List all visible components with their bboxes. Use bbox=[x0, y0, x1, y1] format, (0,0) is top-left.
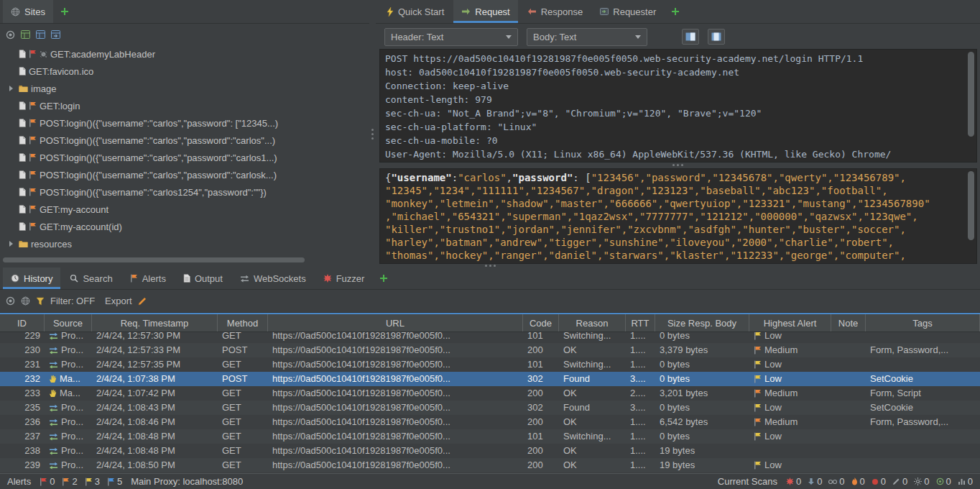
cell-method: GET bbox=[218, 386, 268, 401]
column-header-id[interactable]: ID bbox=[0, 314, 45, 332]
tree-item[interactable]: POST:login()({"username":"carlos","passw… bbox=[0, 132, 369, 149]
column-header-url[interactable]: URL bbox=[268, 314, 523, 332]
export-context-icon[interactable] bbox=[51, 30, 60, 39]
column-header-method[interactable]: Method bbox=[218, 314, 268, 332]
column-header-note[interactable]: Note bbox=[831, 314, 866, 332]
table-row[interactable]: 235Pro...2/4/24, 1:08:43 PMGEThttps://0a… bbox=[0, 401, 980, 415]
scrollbar-thumb[interactable] bbox=[968, 171, 974, 240]
table-row[interactable]: 238Pro...2/4/24, 1:08:48 PMGEThttps://0a… bbox=[0, 444, 980, 458]
tab-requester[interactable]: Requester bbox=[592, 0, 664, 23]
request-body-scrollbar[interactable] bbox=[966, 170, 976, 262]
tree-item[interactable]: POST:login()({"username":"carlos","passw… bbox=[0, 114, 369, 132]
vertical-splitter[interactable] bbox=[369, 0, 376, 268]
import-context-icon[interactable] bbox=[36, 30, 45, 39]
cell-timestamp: 2/4/24, 12:57:30 PM bbox=[92, 332, 218, 343]
tree-item[interactable]: resources bbox=[0, 235, 369, 252]
request-header-editor[interactable]: POST https://0ad500c10410f19281987f0e005… bbox=[379, 49, 977, 163]
cell-reason: Switching... bbox=[559, 429, 626, 444]
globe-icon[interactable] bbox=[21, 296, 30, 306]
table-row[interactable]: 237Pro...2/4/24, 1:08:48 PMGEThttps://0a… bbox=[0, 429, 980, 444]
tree-item[interactable]: GET:login bbox=[0, 97, 369, 114]
table-row[interactable]: 236Pro...2/4/24, 1:08:46 PMGEThttps://0a… bbox=[0, 415, 980, 429]
tab-history[interactable]: History bbox=[3, 268, 60, 289]
cell-reason: Switching... bbox=[559, 332, 626, 343]
tab-search[interactable]: Search bbox=[62, 268, 120, 289]
scan-count: 0 bbox=[828, 476, 844, 487]
filter-funnel-icon[interactable] bbox=[36, 297, 45, 306]
export-pen-icon[interactable] bbox=[138, 297, 147, 306]
contexts-icon[interactable] bbox=[21, 30, 30, 39]
editor-splitter[interactable] bbox=[376, 161, 980, 168]
body-view-select[interactable]: Body: Text bbox=[527, 28, 647, 46]
target-icon[interactable] bbox=[6, 296, 15, 306]
add-bottom-tab-button[interactable] bbox=[374, 268, 394, 289]
tree-item[interactable]: image bbox=[0, 80, 369, 97]
cell-timestamp: 2/4/24, 1:07:42 PM bbox=[92, 386, 218, 401]
scan-count: 0 bbox=[851, 476, 865, 487]
add-sites-tab-button[interactable] bbox=[55, 0, 75, 23]
column-header-tags[interactable]: Tags bbox=[866, 314, 980, 332]
table-row[interactable]: 229Pro...2/4/24, 12:57:30 PMGEThttps://0… bbox=[0, 332, 980, 343]
scrollbar-thumb[interactable] bbox=[968, 52, 974, 137]
cell-code: 200 bbox=[523, 343, 559, 357]
filter-status-label[interactable]: Filter: OFF bbox=[50, 296, 95, 306]
request-header-scrollbar[interactable] bbox=[966, 50, 976, 161]
request-body-editor[interactable]: {"username":"carlos","password": ["12345… bbox=[379, 168, 977, 264]
column-header-size-resp-body[interactable]: Size Resp. Body bbox=[655, 314, 749, 332]
tab-label: History bbox=[24, 273, 52, 284]
folder-icon bbox=[19, 85, 28, 93]
cell-reason: Switching... bbox=[559, 357, 626, 372]
tree-item[interactable]: POST:login()({"username":"carlos1254","p… bbox=[0, 183, 369, 201]
table-row[interactable]: 230Pro...2/4/24, 12:57:33 PMPOSThttps://… bbox=[0, 343, 980, 357]
table-row[interactable]: 233Ma...2/4/24, 1:07:42 PMGEThttps://0ad… bbox=[0, 386, 980, 401]
cell-timestamp: 2/4/24, 1:08:48 PM bbox=[92, 444, 218, 458]
body-view-value: Body: Text bbox=[533, 32, 576, 42]
tree-item[interactable]: GET:my-account bbox=[0, 201, 369, 218]
split-view-button[interactable] bbox=[682, 29, 699, 45]
expand-chevron-icon[interactable] bbox=[6, 86, 16, 91]
tree-item[interactable]: GET:favicon.ico bbox=[0, 63, 369, 80]
tab-websockets[interactable]: WebSockets bbox=[232, 268, 314, 289]
expand-chevron-icon[interactable] bbox=[6, 241, 16, 247]
cell-url: https://0ad500c10410f19281987f0e005f0... bbox=[268, 386, 523, 401]
tree-item[interactable]: GET:my-account(id) bbox=[0, 218, 369, 235]
tab-response[interactable]: Response bbox=[519, 0, 591, 23]
column-header-source[interactable]: Source bbox=[45, 314, 92, 332]
cell-highest-alert bbox=[749, 444, 831, 458]
tab-label: Fuzzer bbox=[336, 273, 365, 284]
sites-tree[interactable]: GET:academyLabHeaderGET:favicon.icoimage… bbox=[0, 45, 369, 253]
cell-highest-alert: Low bbox=[749, 332, 831, 343]
table-row[interactable]: 231Pro...2/4/24, 12:57:35 PMGEThttps://0… bbox=[0, 357, 980, 372]
target-icon[interactable] bbox=[6, 30, 15, 40]
websockets-icon bbox=[240, 275, 249, 283]
cell-timestamp: 2/4/24, 1:08:43 PM bbox=[92, 401, 218, 415]
cell-timestamp: 2/4/24, 1:08:46 PM bbox=[92, 415, 218, 429]
chevron-down-icon bbox=[506, 35, 512, 39]
add-workspace-tab-button[interactable] bbox=[665, 0, 685, 23]
scrollbar-thumb[interactable] bbox=[3, 257, 305, 262]
scan-count: 0 bbox=[958, 476, 973, 487]
column-header-reason[interactable]: Reason bbox=[559, 314, 626, 332]
column-header-rtt[interactable]: RTT bbox=[626, 314, 655, 332]
tab-fuzzer[interactable]: Fuzzer bbox=[315, 268, 373, 289]
tab-sites[interactable]: Sites bbox=[3, 0, 53, 23]
sites-horizontal-scrollbar[interactable] bbox=[1, 257, 359, 263]
cell-code: 200 bbox=[523, 444, 559, 458]
tab-quick-start[interactable]: Quick Start bbox=[379, 0, 452, 23]
scan-count: 0 bbox=[936, 476, 951, 487]
tab-output[interactable]: Output bbox=[175, 268, 231, 289]
tab-request[interactable]: Request bbox=[453, 0, 517, 23]
header-view-select[interactable]: Header: Text bbox=[384, 28, 518, 46]
export-button[interactable]: Export bbox=[105, 296, 132, 306]
table-row[interactable]: 232Ma...2/4/24, 1:07:38 PMPOSThttps://0a… bbox=[0, 372, 980, 386]
cell-reason: OK bbox=[559, 458, 626, 472]
tree-item[interactable]: GET:academyLabHeader bbox=[0, 45, 369, 63]
column-header-highest-alert[interactable]: Highest Alert bbox=[749, 314, 831, 332]
column-header-req-timestamp[interactable]: Req. Timestamp bbox=[92, 314, 218, 332]
column-header-code[interactable]: Code bbox=[523, 314, 559, 332]
tree-item[interactable]: POST:login()({"username":"carlos","passw… bbox=[0, 149, 369, 166]
table-row[interactable]: 239Pro...2/4/24, 1:08:50 PMGEThttps://0a… bbox=[0, 458, 980, 472]
combined-view-button[interactable] bbox=[708, 29, 725, 45]
tree-item[interactable]: POST:login()({"username":"carlos","passw… bbox=[0, 166, 369, 183]
tab-alerts[interactable]: Alerts bbox=[122, 268, 174, 289]
